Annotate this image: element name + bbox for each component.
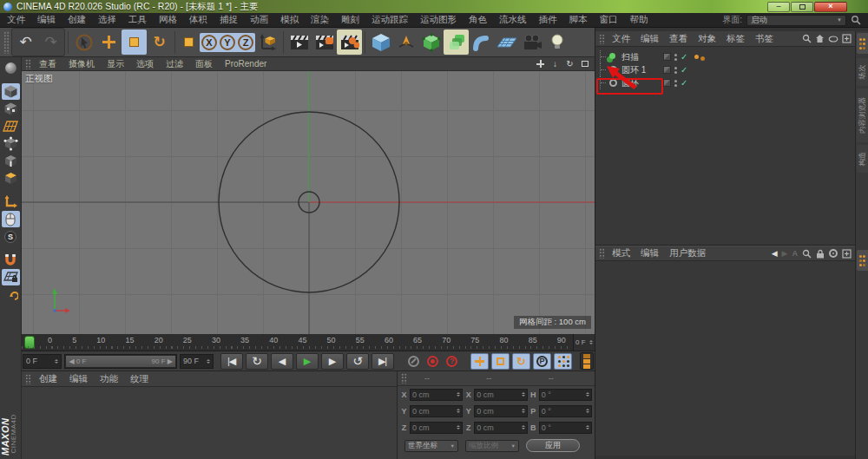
layer-toggle-icon[interactable] <box>663 53 671 61</box>
viewport-pan-icon[interactable] <box>536 59 545 69</box>
interface-dropdown[interactable]: 启动 ▼ <box>746 15 846 26</box>
object-manager-menu-item[interactable]: 书签 <box>755 33 773 43</box>
next-frame-button[interactable]: ▶ <box>321 353 344 370</box>
attribute-menu-item[interactable]: 编辑 <box>641 247 659 258</box>
coordinate-grip[interactable] <box>401 373 407 384</box>
home-icon[interactable] <box>815 34 825 43</box>
attribute-menu-item[interactable]: 模式 <box>612 247 630 258</box>
menu-item[interactable]: 编辑 <box>37 14 56 24</box>
camera-button[interactable] <box>519 30 544 55</box>
viewport-menu-item[interactable]: ProRender <box>225 59 266 69</box>
range-right-icon[interactable]: ▶ <box>168 357 173 365</box>
coordinate-input[interactable]: 0 cm <box>410 422 463 434</box>
visibility-dots-icon[interactable] <box>674 67 677 69</box>
visibility-dots-icon[interactable] <box>674 54 677 56</box>
object-manager-menu-item[interactable]: 查看 <box>669 33 687 43</box>
end-frame-field[interactable]: 90 F <box>180 354 214 369</box>
edges-mode-button[interactable] <box>2 153 20 169</box>
coordinate-input[interactable]: 0 cm <box>410 389 463 401</box>
menu-item[interactable]: 创建 <box>68 14 86 24</box>
workplane-lock-button[interactable] <box>2 269 20 285</box>
sweep-object-icon[interactable] <box>608 56 619 59</box>
object-manager-grip[interactable] <box>599 34 605 44</box>
layer-toggle-icon[interactable] <box>663 66 671 74</box>
material-menu-item[interactable]: 创建 <box>39 373 57 384</box>
lock-icon[interactable] <box>816 249 825 259</box>
make-editable-button[interactable] <box>2 60 20 76</box>
redo-button[interactable]: ↷ <box>38 30 63 55</box>
current-frame-box[interactable]: 0 F <box>573 334 595 351</box>
coordinate-input[interactable]: 0 ° <box>539 422 592 434</box>
timeline-ruler[interactable]: 051015202530354045505560657075808590 <box>22 334 573 351</box>
path-filter-icon[interactable] <box>828 36 838 43</box>
spline-pen-button[interactable] <box>393 30 418 55</box>
material-menu-item[interactable]: 编辑 <box>69 373 88 384</box>
live-selection-tool[interactable] <box>71 30 96 55</box>
render-view-button[interactable] <box>286 30 312 55</box>
menu-item[interactable]: 雕刻 <box>341 14 359 24</box>
move-tool[interactable] <box>96 30 122 55</box>
rotate-tool[interactable]: ↻ <box>147 30 172 55</box>
last-tool-scale[interactable] <box>178 31 200 53</box>
object-manager-menu-item[interactable]: 文件 <box>612 33 630 43</box>
layer-toggle-icon[interactable] <box>663 79 671 87</box>
close-button[interactable]: × <box>814 2 847 12</box>
history-back-icon[interactable]: ◀ <box>772 249 778 258</box>
menu-item[interactable]: 脚本 <box>569 14 588 24</box>
material-menu-item[interactable]: 功能 <box>100 373 118 384</box>
text-size-icon[interactable]: A <box>792 249 799 258</box>
add-panel-icon[interactable] <box>842 34 852 43</box>
points-mode-button[interactable] <box>2 135 20 152</box>
workplane-mode-button[interactable] <box>2 118 20 134</box>
key-position-toggle[interactable] <box>470 353 489 370</box>
menu-item[interactable]: 捕捉 <box>220 14 238 24</box>
light-button[interactable] <box>544 30 569 55</box>
goto-start-button[interactable]: |◀ <box>220 353 243 370</box>
maximize-button[interactable] <box>791 2 813 12</box>
axis-lock-button[interactable]: Y <box>220 35 235 50</box>
visibility-dots-icon[interactable] <box>674 80 677 82</box>
viewport-menu-item[interactable]: 选项 <box>136 59 154 69</box>
menu-item[interactable]: 体积 <box>189 14 207 24</box>
search-icon[interactable] <box>802 249 812 259</box>
menu-item[interactable]: 流水线 <box>499 14 527 24</box>
viewport-menu-item[interactable]: 查看 <box>39 59 56 69</box>
tab-content-browser[interactable]: 内容浏览器 <box>857 89 868 142</box>
texture-mode-button[interactable] <box>2 101 20 117</box>
coordinate-input[interactable]: 0 cm <box>410 405 463 417</box>
viewport-grip[interactable] <box>25 59 31 69</box>
viewport-menu-item[interactable]: 面板 <box>195 59 213 69</box>
menu-item[interactable]: 选择 <box>98 14 116 24</box>
record-keyframe-button[interactable] <box>405 353 422 370</box>
menu-item[interactable]: 帮助 <box>630 14 648 24</box>
coordinate-system-button[interactable] <box>255 30 280 55</box>
search-icon[interactable] <box>802 34 812 43</box>
axis-lock-button[interactable]: Z <box>238 35 253 50</box>
object-manager-menu-item[interactable]: 标签 <box>727 33 745 43</box>
goto-end-button[interactable]: ▶| <box>372 353 394 370</box>
floor-environment-button[interactable] <box>494 30 519 55</box>
circle-spline-icon[interactable] <box>608 66 619 74</box>
search-icon[interactable] <box>851 15 861 25</box>
menu-item[interactable]: 网格 <box>159 14 177 24</box>
menu-item[interactable]: 工具 <box>128 14 147 24</box>
apply-button[interactable]: 应用 <box>526 439 580 452</box>
subdivision-surface-button[interactable] <box>418 30 444 55</box>
minimize-button[interactable]: – <box>767 2 790 12</box>
timeline-playhead[interactable] <box>24 336 35 349</box>
spinner-icon[interactable] <box>207 359 210 364</box>
menu-item[interactable]: 渲染 <box>311 14 329 24</box>
tab-attributes[interactable] <box>857 250 868 271</box>
range-left-icon[interactable]: ◀ <box>69 357 74 365</box>
key-scale-toggle[interactable] <box>491 353 510 370</box>
enabled-check-icon[interactable]: ✓ <box>681 53 687 62</box>
enable-axis-button[interactable] <box>2 193 20 210</box>
attribute-menu-item[interactable]: 用户数据 <box>669 247 706 258</box>
keyframe-presets-button[interactable] <box>580 352 594 370</box>
viewport-maximize-icon[interactable] <box>580 59 589 69</box>
viewport-zoom-icon[interactable]: ↓ <box>550 59 560 69</box>
material-menu-item[interactable]: 纹理 <box>130 373 148 384</box>
coordinate-input[interactable]: 0 cm <box>474 405 527 417</box>
keyframe-selection-button[interactable]: ? <box>444 353 460 370</box>
menu-item[interactable]: 动画 <box>250 14 268 24</box>
